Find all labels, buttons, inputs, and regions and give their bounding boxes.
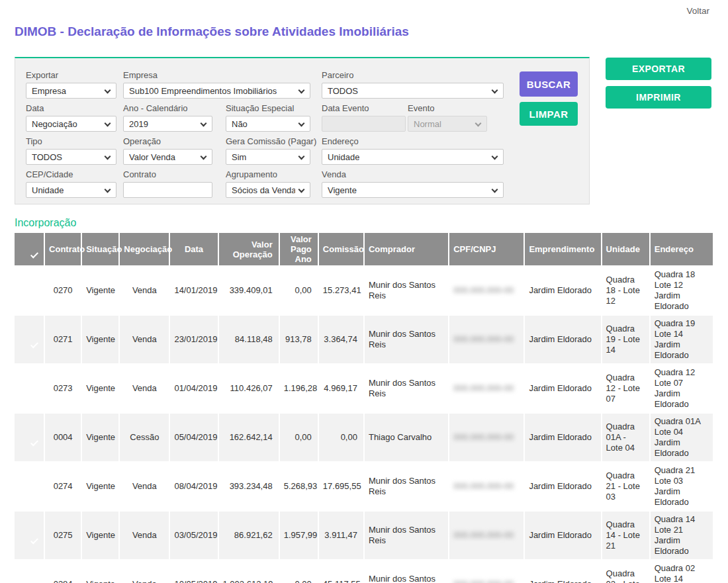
cell-emprendimento: Jardim Eldorado <box>525 561 600 583</box>
gera-comissao-select[interactable]: Sim <box>226 149 310 165</box>
chevron-down-icon <box>105 154 111 160</box>
cell-data: 08/04/2019 <box>170 463 217 510</box>
cell-situacao: Vigente <box>82 267 118 314</box>
venda-label: Venda <box>322 169 504 179</box>
results-table: Contrato Situação Negociação Data Valor … <box>13 232 714 583</box>
cell-endereco: Quadra 21 Lote 03 Jardim Eldorado <box>651 463 713 510</box>
field-situacao-especial: Situação Especial Não <box>226 103 310 132</box>
cell-data: 23/01/2019 <box>170 316 217 363</box>
data-evento-input[interactable] <box>322 116 406 132</box>
cell-valor-pago-ano: 913,78 <box>280 316 318 363</box>
results-table-wrapper: Contrato Situação Negociação Data Valor … <box>13 232 715 583</box>
cell-contrato: 0275 <box>45 512 81 559</box>
table-row: 0274 Vigente Venda 08/04/2019 393.234,48… <box>15 463 713 510</box>
cell-valor-pago-ano: 0,00 <box>280 267 318 314</box>
cell-unidade: Quadra 02 - Lote 14 <box>602 561 649 583</box>
evento-select[interactable]: Normal <box>408 116 487 132</box>
cell-valor-operacao: 393.234,48 <box>219 463 279 510</box>
data-evento-label: Data Evento <box>322 103 406 113</box>
col-comprador: Comprador <box>365 233 448 265</box>
cell-endereco: Quadra 01A Lote 04 Jardim Eldorado <box>651 414 713 461</box>
cell-cpf-cnpj: 000.000.000-00 <box>449 512 523 559</box>
operacao-select[interactable]: Valor Venda <box>123 149 212 165</box>
exportar-button[interactable]: EXPORTAR <box>606 58 711 80</box>
cell-comissao: 45.117,55 <box>319 561 363 583</box>
cell-contrato: 0004 <box>45 414 81 461</box>
contrato-label: Contrato <box>123 169 212 179</box>
masked-cpf: 000.000.000-00 <box>453 285 514 295</box>
contrato-input[interactable] <box>123 182 212 198</box>
cell-contrato: 0284 <box>45 561 81 583</box>
cell-valor-operacao: 1.002.612,19 <box>219 561 279 583</box>
imprimir-button[interactable]: IMPRIMIR <box>606 86 711 109</box>
cell-emprendimento: Jardim Eldorado <box>525 463 600 510</box>
exportar-label: Exportar <box>26 70 116 80</box>
cell-cpf-cnpj: 000.000.000-00 <box>449 463 523 510</box>
field-exportar: Exportar Empresa <box>26 70 116 99</box>
cell-valor-pago-ano: 0,00 <box>280 561 318 583</box>
chevron-down-icon <box>105 187 111 193</box>
exportar-select[interactable]: Empresa <box>26 83 116 99</box>
cell-valor-pago-ano: 5.268,93 <box>280 463 318 510</box>
chevron-down-icon <box>298 120 305 127</box>
cell-situacao: Vigente <box>82 512 118 559</box>
chevron-down-icon <box>492 154 498 160</box>
cell-data: 01/04/2019 <box>170 365 217 412</box>
field-gera-comissao: Gera Comissão (Pagar) Sim <box>226 136 310 165</box>
cell-data: 03/05/2019 <box>170 512 217 559</box>
chevron-down-icon <box>298 187 305 193</box>
cell-comprador: Munir dos Santos Reis <box>365 267 448 314</box>
chevron-down-icon <box>201 154 207 160</box>
chevron-down-icon <box>475 120 482 127</box>
data-select[interactable]: Negociação <box>26 116 116 132</box>
cell-emprendimento: Jardim Eldorado <box>525 365 600 412</box>
masked-cpf: 000.000.000-00 <box>453 432 514 442</box>
cell-cpf-cnpj: 000.000.000-00 <box>449 561 523 583</box>
field-endereco: Endereço Unidade <box>322 136 504 165</box>
cep-cidade-select[interactable]: Unidade <box>26 182 116 198</box>
ano-calendario-select[interactable]: 2019 <box>123 116 212 132</box>
cell-unidade: Quadra 12 - Lote 07 <box>602 365 649 412</box>
field-ano-calendario: Ano - Calendário 2019 <box>123 103 212 132</box>
agrupamento-select[interactable]: Sócios da Venda <box>226 182 310 198</box>
cell-contrato: 0273 <box>45 365 81 412</box>
col-comissao: Comissão <box>319 233 363 265</box>
empresa-label: Empresa <box>123 70 310 80</box>
cell-comprador: Munir dos Santos Reis <box>365 316 448 363</box>
cell-valor-operacao: 110.426,07 <box>219 365 279 412</box>
table-row: 0284 Vigente Venda 10/05/2019 1.002.612,… <box>15 561 713 583</box>
cell-valor-pago-ano: 1.196,28 <box>280 365 318 412</box>
cell-data: 05/04/2019 <box>170 414 217 461</box>
cell-unidade: Quadra 19 - Lote 14 <box>602 316 649 363</box>
cell-unidade: Quadra 18 - Lote 12 <box>602 267 649 314</box>
masked-cpf: 000.000.000-00 <box>453 579 514 583</box>
buscar-button[interactable]: BUSCAR <box>520 71 578 97</box>
cell-data: 10/05/2019 <box>170 561 217 583</box>
field-agrupamento: Agrupamento Sócios da Venda <box>226 169 310 198</box>
data-label: Data <box>26 103 116 113</box>
venda-select[interactable]: Vigente <box>322 182 504 198</box>
cell-unidade: Quadra 21 - Lote 03 <box>602 463 649 510</box>
empresa-select[interactable]: Sub100 Empreendimentos Imobiliários <box>123 83 310 99</box>
cell-comissao: 3.911,47 <box>319 512 363 559</box>
cell-emprendimento: Jardim Eldorado <box>525 316 600 363</box>
cell-emprendimento: Jardim Eldorado <box>525 267 600 314</box>
col-valor-pago-ano: Valor Pago Ano <box>280 233 318 265</box>
field-operacao: Operação Valor Venda <box>123 136 212 165</box>
col-data: Data <box>170 233 217 265</box>
endereco-select[interactable]: Unidade <box>322 149 504 165</box>
voltar-link[interactable]: Voltar <box>686 6 709 16</box>
cell-emprendimento: Jardim Eldorado <box>525 414 600 461</box>
cell-negociacao: Venda <box>120 561 169 583</box>
cell-cpf-cnpj: 000.000.000-00 <box>449 267 523 314</box>
masked-cpf: 000.000.000-00 <box>453 481 514 491</box>
situacao-especial-select[interactable]: Não <box>226 116 310 132</box>
cell-negociacao: Cessão <box>120 414 169 461</box>
col-situacao: Situação <box>82 233 118 265</box>
limpar-button[interactable]: LIMPAR <box>520 102 578 126</box>
evento-label: Evento <box>408 103 487 113</box>
table-row: 0004 Vigente Cessão 05/04/2019 162.642,1… <box>15 414 713 461</box>
cell-contrato: 0270 <box>45 267 81 314</box>
parceiro-select[interactable]: TODOS <box>322 83 504 99</box>
tipo-select[interactable]: TODOS <box>26 149 116 165</box>
